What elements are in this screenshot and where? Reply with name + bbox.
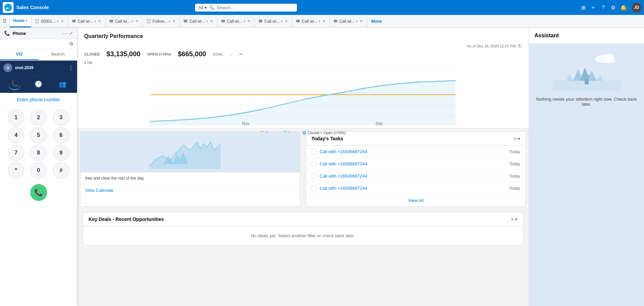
open-label: OPEN (>70%) [147,52,171,56]
tab-callwi6[interactable]: ☎ Call wi... ▾ ✕ [292,15,329,27]
tasks-card: Today's Tasks ≡ ▾ Call with +16506697244… [306,131,526,207]
tab-follow-close[interactable]: ✕ [172,19,176,23]
phone-settings-row: ⚙ [0,39,77,49]
dialpad-3[interactable]: 3 [53,109,69,126]
notifications-icon[interactable]: 🔔 [620,4,627,11]
phone-tab-vo[interactable]: VO [0,49,39,60]
phone-minimize-button[interactable]: — [63,31,67,36]
dialpad-1[interactable]: 1 [8,109,24,126]
phone-header: 📞 Phone — ⤢ [0,28,77,39]
tab-callwi6-close[interactable]: ✕ [322,19,326,23]
task-checkbox-2[interactable] [311,162,316,166]
tab-callwi5-close[interactable]: ✕ [284,19,288,23]
waffle-icon: ⠿ [3,18,7,24]
closed-label: CLOSED [84,52,100,56]
tab-callwi1-icon: ☎ [72,19,76,23]
dialpad-4[interactable]: 4 [8,127,24,143]
tab-callwi5-chevron[interactable]: ▾ [281,20,283,23]
tab-callwi2[interactable]: ☎ Call wi... ▾ ✕ [106,15,143,27]
dialpad-star[interactable]: * [8,162,24,179]
calendar-card: free and clear the rest of the day. View… [80,131,300,207]
add-icon[interactable]: ＋ [590,4,596,11]
performance-chart: 4.5M Nov Dec [84,61,522,128]
performance-card: Quarterly Performance As of Dec 18, 2020… [77,28,529,129]
tab-home-chevron[interactable]: ▾ [26,19,27,22]
settings-icon[interactable]: ⚙ [611,4,615,11]
center-content: Quarterly Performance As of Dec 18, 2020… [77,28,529,306]
call-button[interactable]: 📞 [30,184,47,201]
task-checkbox-4[interactable] [311,186,316,191]
tab-00001[interactable]: 📋 00001... ▾ ✕ [31,15,68,27]
search-filter-chevron: ▾ [205,5,207,10]
phone-tab-search[interactable]: Search [39,49,77,60]
tab-more[interactable]: More [367,15,386,27]
dialpad-9[interactable]: 9 [53,145,69,161]
tab-00001-close[interactable]: ✕ [60,19,64,23]
tab-callwi1-chevron[interactable]: ▾ [94,20,96,23]
task-row-3: Call with +16506697244 Today [306,170,526,182]
task-name-1[interactable]: Call with +16506697244 [320,149,506,154]
avatar[interactable]: JD [632,3,641,12]
dialpad-hash[interactable]: # [53,162,69,179]
tab-callwi6-chevron[interactable]: ▾ [319,20,320,23]
phone-expand-button[interactable]: ⤢ [69,31,73,36]
phone-settings-icon[interactable]: ⚙ [69,41,74,46]
dialpad-2[interactable]: 2 [30,109,46,126]
tab-callwi3-chevron[interactable]: ▾ [206,20,208,23]
task-name-3[interactable]: Call with +16506697244 [320,174,506,179]
search-input[interactable] [216,5,293,10]
task-name-2[interactable]: Call with +16506697244 [320,161,506,166]
tab-callwi2-close[interactable]: ✕ [135,19,139,23]
phone-contacts-button[interactable]: 👥 [56,78,69,90]
tab-follow[interactable]: 📋 Follow... ▾ ✕ [143,15,180,27]
tab-follow-chevron[interactable]: ▾ [169,20,170,23]
task-name-4[interactable]: Call with +16506697244 [320,186,506,191]
tab-callwi4-label: Call wi... [227,19,242,24]
tab-callwi7-chevron[interactable]: ▾ [356,20,358,23]
dialpad-7[interactable]: 7 [8,145,24,161]
tab-callwi1[interactable]: ☎ Call wi... ▾ ✕ [68,15,106,27]
search-filter-dropdown[interactable]: All ▾ [198,5,207,10]
dialpad-0[interactable]: 0 [30,162,46,179]
tab-callwi2-chevron[interactable]: ▾ [132,20,133,23]
tab-callwi1-close[interactable]: ✕ [97,19,102,23]
dialpad-5[interactable]: 5 [30,127,46,143]
tab-callwi7[interactable]: ☎ Call wi... ▾ ✕ [330,15,367,27]
phone-action-row: 📞 🕐 👥 [0,75,77,93]
task-checkbox-1[interactable] [311,149,316,154]
view-calendar-link[interactable]: View Calendar [80,184,300,196]
deals-filter-button[interactable]: ≡ [511,217,514,222]
tab-callwi3-close[interactable]: ✕ [209,19,214,23]
task-row-4: Call with +16506697244 Today [306,182,526,195]
deals-section: Key Deals - Recent Opportunities ≡ ▾ No … [80,212,526,245]
tab-home-label: Home [13,18,24,23]
tasks-view-all-button[interactable]: View All [306,195,526,206]
waffle-menu[interactable]: ⠿ [0,15,10,27]
phone-call-tab-button[interactable]: 📞 [8,78,21,90]
help-icon[interactable]: ？ [601,4,606,11]
voicemail-item[interactable]: O onel.2039 ⋮ [0,61,77,75]
tab-callwi3-label: Call wi... [189,19,205,24]
deals-chevron-button[interactable]: ▾ [515,217,517,222]
dialpad-6[interactable]: 6 [53,127,69,143]
performance-refresh-button[interactable]: ↻ [518,43,522,49]
goal-edit-button[interactable]: ✏ [239,52,243,57]
dialpad-8[interactable]: 8 [30,145,46,161]
phone-history-button[interactable]: 🕐 [32,78,44,90]
tab-00001-chevron[interactable]: ▾ [57,20,59,23]
assistant-panel: Assistant [529,28,644,306]
voicemail-avatar: O [3,63,12,72]
tab-callwi2-label: Call wi... [115,19,130,24]
tab-callwi4-close[interactable]: ✕ [247,19,251,23]
task-checkbox-3[interactable] [311,174,316,179]
tab-callwi3[interactable]: ☎ Call wi... ▾ ✕ [180,15,217,27]
add-home-icon[interactable]: ⊞ [581,4,586,11]
tab-callwi4-chevron[interactable]: ▾ [244,20,245,23]
voicemail-menu-button[interactable]: ⋮ [68,65,74,71]
tab-callwi4[interactable]: ☎ Call wi... ▾ ✕ [217,15,255,27]
tab-callwi5[interactable]: ☎ Call wi... ▾ ✕ [255,15,292,27]
assistant-header: Assistant [529,28,644,44]
tab-callwi7-close[interactable]: ✕ [359,19,363,23]
assistant-illustration [553,50,621,91]
tab-home[interactable]: Home ▾ [10,15,31,27]
